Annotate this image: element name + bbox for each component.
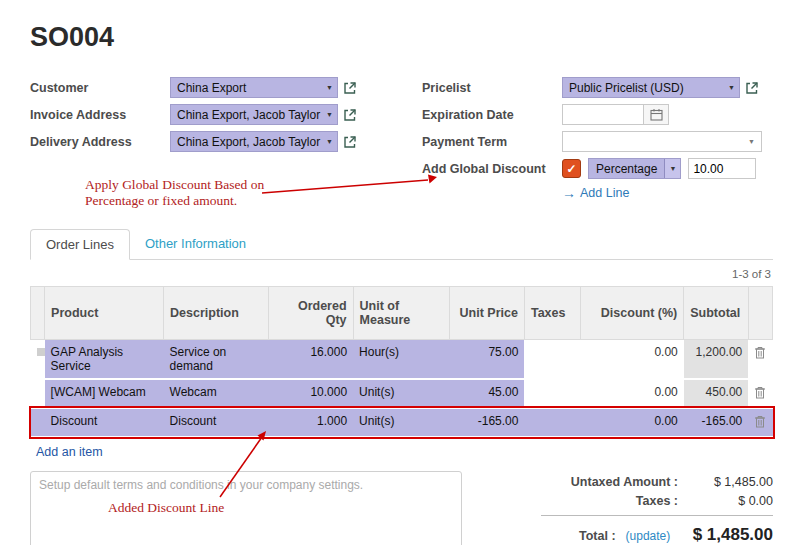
tab-other-information[interactable]: Other Information xyxy=(130,229,261,259)
drag-handle[interactable] xyxy=(31,379,45,408)
discount-method-select[interactable]: Percentage ▼ xyxy=(588,158,681,179)
taxes-label: Taxes : xyxy=(541,494,678,508)
subtotal-cell: -165.00 xyxy=(684,408,749,437)
external-link-icon[interactable] xyxy=(745,81,759,95)
pricelist-field-row: Pricelist Public Pricelist (USD) ▼ xyxy=(422,77,773,98)
page-title: SO004 xyxy=(30,22,773,53)
discount-cell: 0.00 xyxy=(581,379,684,408)
invoice-address-select[interactable]: China Export, Jacob Taylor ▼ xyxy=(170,104,338,125)
trash-icon xyxy=(754,386,766,399)
annotation-global-discount: Apply Global Discount Based on Percentag… xyxy=(85,177,315,210)
external-link-icon[interactable] xyxy=(343,108,357,122)
description-cell: Discount xyxy=(164,408,269,437)
delete-line-button[interactable] xyxy=(748,408,772,437)
table-row-webcam[interactable]: [WCAM] Webcam Webcam 10.000 Unit(s) 45.0… xyxy=(31,379,773,408)
calendar-icon xyxy=(650,108,663,121)
payment-term-field-row: Payment Term ▼ xyxy=(422,131,773,152)
uom-cell: Hour(s) xyxy=(353,340,450,380)
invoice-address-field-row: Invoice Address China Export, Jacob Tayl… xyxy=(30,104,422,125)
chevron-down-icon: ▼ xyxy=(664,159,680,178)
delete-line-button[interactable] xyxy=(748,379,772,408)
delivery-address-field-row: Delivery Address China Export, Jacob Tay… xyxy=(30,131,422,152)
sale-order-page: SO004 Customer China Export ▼ Invoice Ad… xyxy=(0,0,803,545)
add-an-item-link[interactable]: Add an item xyxy=(30,438,103,459)
discount-method-value: Percentage xyxy=(589,159,664,178)
taxes-cell xyxy=(524,408,580,437)
untaxed-amount-label: Untaxed Amount : xyxy=(541,475,678,489)
qty-cell: 10.000 xyxy=(268,379,353,408)
total-value: $ 1,485.00 xyxy=(693,525,773,545)
delivery-address-select[interactable]: China Export, Jacob Taylor ▼ xyxy=(170,131,338,152)
notebook-tabs: Order Lines Other Information xyxy=(30,229,773,260)
col-discount: Discount (%) xyxy=(581,287,684,340)
product-cell: Discount xyxy=(45,408,164,437)
add-line-button[interactable]: Add Line xyxy=(580,186,629,200)
expiration-date-input[interactable] xyxy=(562,104,644,125)
trash-icon xyxy=(754,346,766,359)
chevron-down-icon: ▼ xyxy=(326,84,333,91)
delivery-address-label: Delivery Address xyxy=(30,135,170,149)
customer-value: China Export xyxy=(177,81,246,95)
drag-handle[interactable] xyxy=(31,340,45,380)
total-row: Total : (update) $ 1,485.00 xyxy=(541,525,773,545)
arrow-right-icon: → xyxy=(562,185,576,201)
pager: 1-3 of 3 xyxy=(30,268,771,280)
discount-cell: 0.00 xyxy=(581,408,684,437)
expiration-date-label: Expiration Date xyxy=(422,108,562,122)
check-icon: ✓ xyxy=(566,162,576,176)
external-link-icon[interactable] xyxy=(343,81,357,95)
payment-term-select[interactable]: ▼ xyxy=(562,131,762,152)
col-subtotal: Subtotal xyxy=(684,287,749,340)
totals-divider xyxy=(541,515,773,516)
customer-select[interactable]: China Export ▼ xyxy=(170,77,338,98)
product-cell: [WCAM] Webcam xyxy=(45,379,164,408)
update-link[interactable]: (update) xyxy=(626,529,671,543)
global-discount-label: Add Global Discount xyxy=(422,162,562,176)
external-link-icon[interactable] xyxy=(343,135,357,149)
delivery-address-value: China Export, Jacob Taylor xyxy=(177,135,320,149)
pricelist-value: Public Pricelist (USD) xyxy=(569,81,684,95)
form-right-column: Pricelist Public Pricelist (USD) ▼ Expir… xyxy=(422,77,773,201)
chevron-down-icon: ▼ xyxy=(326,111,333,118)
col-product: Product xyxy=(45,287,164,340)
table-row-discount[interactable]: Discount Discount 1.000 Unit(s) -165.00 … xyxy=(31,408,773,437)
tab-order-lines[interactable]: Order Lines xyxy=(30,229,130,260)
col-taxes: Taxes xyxy=(524,287,580,340)
delete-line-button[interactable] xyxy=(748,340,772,380)
chevron-down-icon: ▼ xyxy=(728,84,735,91)
expiration-date-field-row: Expiration Date xyxy=(422,104,773,125)
unit-price-cell: -165.00 xyxy=(450,408,525,437)
subtotal-cell: 450.00 xyxy=(684,379,749,408)
invoice-address-label: Invoice Address xyxy=(30,108,170,122)
pricelist-label: Pricelist xyxy=(422,81,562,95)
qty-cell: 1.000 xyxy=(268,408,353,437)
description-cell: Webcam xyxy=(164,379,269,408)
taxes-cell xyxy=(524,379,580,408)
global-discount-checkbox[interactable]: ✓ xyxy=(562,159,581,178)
total-label: Total : xyxy=(579,529,616,543)
payment-term-label: Payment Term xyxy=(422,135,562,149)
customer-label: Customer xyxy=(30,81,170,95)
col-unit-price: Unit Price xyxy=(450,287,525,340)
untaxed-amount-row: Untaxed Amount : $ 1,485.00 xyxy=(541,475,773,489)
table-header-row: Product Description Ordered Qty Unit of … xyxy=(31,287,773,340)
calendar-button[interactable] xyxy=(643,104,669,125)
trash-icon xyxy=(754,415,766,428)
pricelist-select[interactable]: Public Pricelist (USD) ▼ xyxy=(562,77,740,98)
col-description: Description xyxy=(164,287,269,340)
delete-column-header xyxy=(748,287,772,340)
product-cell: GAP Analysis Service xyxy=(45,340,164,380)
add-line-row: → Add Line xyxy=(562,185,773,201)
handle-column-header xyxy=(31,287,45,340)
global-discount-field-row: Add Global Discount ✓ Percentage ▼ xyxy=(422,158,773,179)
discount-amount-input[interactable] xyxy=(688,158,756,179)
order-lines-table: Product Description Ordered Qty Unit of … xyxy=(30,286,773,438)
unit-price-cell: 75.00 xyxy=(450,340,525,380)
taxes-cell xyxy=(524,340,580,380)
annotation-discount-line: Added Discount Line xyxy=(108,500,308,516)
invoice-address-value: China Export, Jacob Taylor xyxy=(177,108,320,122)
col-ordered-qty: Ordered Qty xyxy=(268,287,353,340)
table-row-gap-analysis[interactable]: GAP Analysis Service Service on demand 1… xyxy=(31,340,773,380)
col-unit-of-measure: Unit of Measure xyxy=(353,287,450,340)
drag-handle[interactable] xyxy=(31,408,45,437)
